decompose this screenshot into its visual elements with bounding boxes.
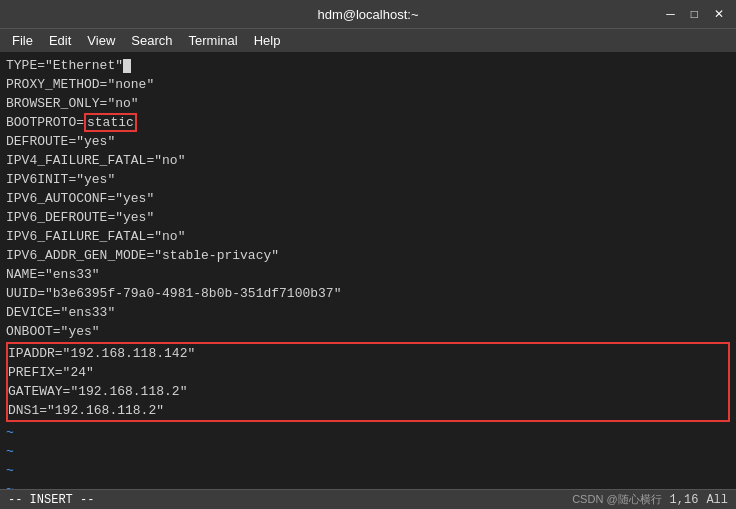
status-right: CSDN @随心横行 1,16 All xyxy=(572,492,728,507)
editor-line-14: DEVICE="ens33" xyxy=(6,303,730,322)
editor-mode: -- INSERT -- xyxy=(8,493,94,507)
editor-line-gateway: GATEWAY="192.168.118.2" xyxy=(8,382,728,401)
editor-line-15: ONBOOT="yes" xyxy=(6,322,730,341)
editor-line-6: IPV4_FAILURE_FATAL="no" xyxy=(6,151,730,170)
window-title: hdm@localhost:~ xyxy=(318,7,419,22)
minimize-button[interactable]: ─ xyxy=(662,5,679,23)
editor-line-prefix: PREFIX="24" xyxy=(8,363,728,382)
editor-line-1: TYPE="Ethernet" xyxy=(6,56,730,75)
cursor-position: 1,16 xyxy=(670,493,699,507)
editor-line-ipaddr: IPADDR="192.168.118.142" xyxy=(8,344,728,363)
menu-bar: File Edit View Search Terminal Help xyxy=(0,28,736,52)
editor-line-3: BROWSER_ONLY="no" xyxy=(6,94,730,113)
ip-config-block: IPADDR="192.168.118.142" PREFIX="24" GAT… xyxy=(6,342,730,422)
menu-view[interactable]: View xyxy=(79,31,123,50)
scroll-position: All xyxy=(706,493,728,507)
close-button[interactable]: ✕ xyxy=(710,5,728,23)
cursor xyxy=(123,59,131,73)
menu-file[interactable]: File xyxy=(4,31,41,50)
tilde-line-2: ~ xyxy=(6,442,730,461)
maximize-button[interactable]: □ xyxy=(687,5,702,23)
editor-line-8: IPV6_AUTOCONF="yes" xyxy=(6,189,730,208)
menu-edit[interactable]: Edit xyxy=(41,31,79,50)
editor-line-13: UUID="b3e6395f-79a0-4981-8b0b-351df7100b… xyxy=(6,284,730,303)
editor-line-7: IPV6INIT="yes" xyxy=(6,170,730,189)
tilde-line-3: ~ xyxy=(6,461,730,480)
bootproto-highlight: static xyxy=(84,113,137,132)
editor-line-5: DEFROUTE="yes" xyxy=(6,132,730,151)
editor-line-10: IPV6_FAILURE_FATAL="no" xyxy=(6,227,730,246)
editor-line-11: IPV6_ADDR_GEN_MODE="stable-privacy" xyxy=(6,246,730,265)
title-bar: hdm@localhost:~ ─ □ ✕ xyxy=(0,0,736,28)
editor-line-12: NAME="ens33" xyxy=(6,265,730,284)
tilde-line-1: ~ xyxy=(6,423,730,442)
watermark-text: CSDN @随心横行 xyxy=(572,492,661,507)
menu-search[interactable]: Search xyxy=(123,31,180,50)
tilde-line-4: ~ xyxy=(6,480,730,489)
window-controls: ─ □ ✕ xyxy=(662,5,728,23)
menu-help[interactable]: Help xyxy=(246,31,289,50)
editor-area[interactable]: TYPE="Ethernet" PROXY_METHOD="none" BROW… xyxy=(0,52,736,489)
menu-terminal[interactable]: Terminal xyxy=(181,31,246,50)
editor-line-4: BOOTPROTO=static xyxy=(6,113,730,132)
status-bar: -- INSERT -- CSDN @随心横行 1,16 All xyxy=(0,489,736,509)
editor-line-dns1: DNS1="192.168.118.2" xyxy=(8,401,728,420)
editor-line-2: PROXY_METHOD="none" xyxy=(6,75,730,94)
editor-line-9: IPV6_DEFROUTE="yes" xyxy=(6,208,730,227)
